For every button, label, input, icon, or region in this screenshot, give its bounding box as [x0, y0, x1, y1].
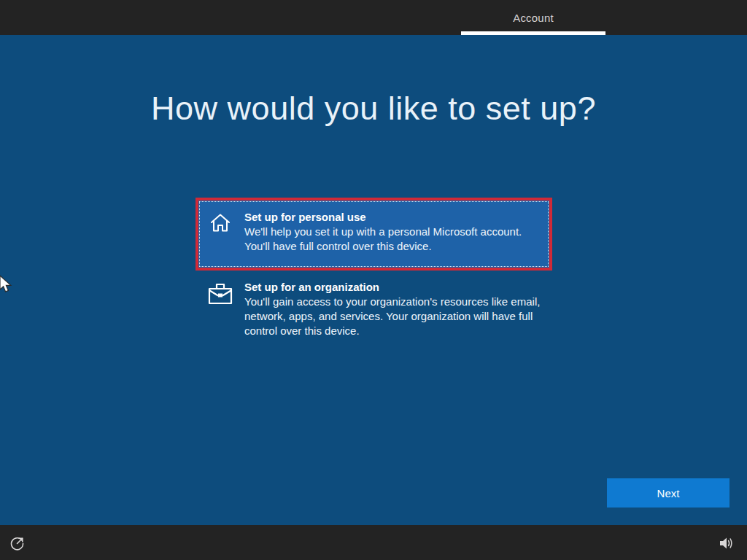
option-organization-title: Set up for an organization	[244, 280, 540, 295]
briefcase-icon	[208, 280, 233, 338]
option-personal-title: Set up for personal use	[244, 210, 522, 225]
oobe-setup-screen: Account How would you like to set up? Se…	[0, 0, 747, 560]
top-progress-bar: Account	[0, 0, 747, 35]
option-organization-desc-line-1: You'll gain access to your organization'…	[244, 295, 540, 309]
next-button-label: Next	[657, 487, 680, 499]
home-icon	[208, 210, 233, 260]
bottom-bar	[0, 525, 747, 560]
option-organization-text: Set up for an organization You'll gain a…	[244, 280, 540, 338]
option-personal-text: Set up for personal use We'll help you s…	[244, 210, 522, 260]
next-button[interactable]: Next	[607, 478, 729, 508]
option-personal-desc-line-2: You'll have full control over this devic…	[244, 239, 522, 254]
tab-account-label: Account	[513, 12, 554, 24]
option-organization-desc-line-2: network, apps, and services. Your organi…	[244, 309, 540, 324]
tab-account-underline	[461, 31, 605, 35]
tab-account: Account	[461, 0, 605, 35]
volume-icon[interactable]	[719, 537, 735, 553]
option-setup-personal-use[interactable]: Set up for personal use We'll help you s…	[196, 198, 552, 271]
option-setup-organization[interactable]: Set up for an organization You'll gain a…	[196, 277, 552, 346]
option-organization-desc-line-3: control over this device.	[244, 324, 540, 338]
page-title: How would you like to set up?	[0, 90, 747, 128]
mouse-cursor	[0, 275, 13, 298]
option-personal-desc-line-1: We'll help you set it up with a personal…	[244, 225, 522, 239]
ease-of-access-icon[interactable]	[9, 534, 26, 554]
